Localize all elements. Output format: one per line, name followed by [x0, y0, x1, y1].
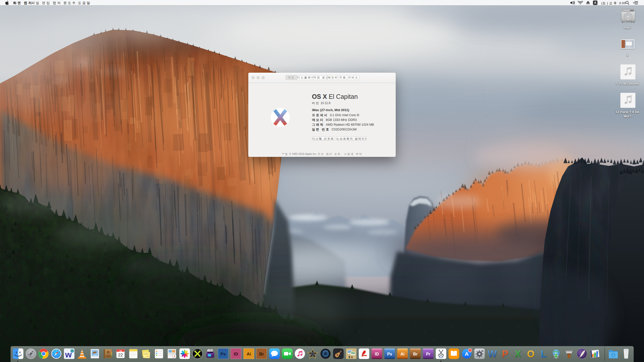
svg-text:Ps: Ps — [387, 352, 392, 356]
svg-text:W: W — [488, 349, 497, 359]
svg-text:Pr: Pr — [426, 352, 430, 356]
svg-text:1: 1 — [469, 349, 471, 352]
svg-text:L: L — [541, 349, 546, 359]
svg-text:Ps: Ps — [220, 352, 226, 356]
svg-text:O: O — [527, 349, 535, 359]
svg-text:Ai: Ai — [247, 352, 251, 356]
svg-text:22: 22 — [118, 353, 123, 357]
svg-text:Ai: Ai — [400, 352, 405, 356]
svg-text:Br: Br — [413, 352, 418, 356]
svg-text:X: X — [515, 349, 521, 359]
svg-text:ID: ID — [375, 352, 379, 356]
svg-text:P: P — [502, 349, 508, 359]
svg-text:A: A — [465, 351, 468, 357]
svg-text:ID: ID — [234, 352, 238, 356]
svg-text:2월: 2월 — [119, 350, 122, 352]
svg-text:Br: Br — [259, 352, 264, 356]
